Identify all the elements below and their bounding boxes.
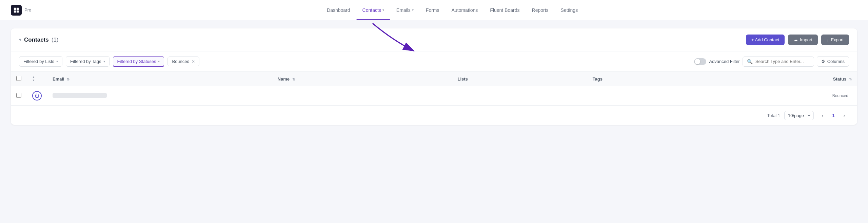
nav-emails-chevron: ▾ xyxy=(412,8,414,12)
advanced-filter-toggle-wrap: Advanced Filter xyxy=(694,58,739,65)
page-number: 1 xyxy=(832,113,834,118)
nav-forms[interactable]: Forms xyxy=(420,0,446,20)
filter-tags-label: Filtered by Tags xyxy=(70,59,101,64)
header-tags: Tags xyxy=(587,72,722,86)
nav-contacts-chevron: ▾ xyxy=(382,8,384,12)
per-page-select[interactable]: 10/page 20/page 50/page xyxy=(784,111,814,120)
table-body: ⏻ Bounced xyxy=(11,86,857,106)
title-chevron: ▾ xyxy=(19,37,21,42)
nav-fluent-boards[interactable]: Fluent Boards xyxy=(484,0,526,20)
search-box: 🔍 xyxy=(743,57,814,67)
svg-rect-0 xyxy=(14,7,16,9)
email-col-label: Email xyxy=(53,76,64,82)
status-badge: Bounced xyxy=(829,92,852,99)
lists-col-label: Lists xyxy=(457,76,468,82)
row-icon-cell: ⏻ xyxy=(27,86,47,106)
main-content: ▾ Contacts (1) + Add Contact ☁ Import ↓ … xyxy=(0,20,868,133)
status-sort-icon[interactable]: ⇅ xyxy=(849,77,852,81)
row-checkbox[interactable] xyxy=(16,93,21,98)
nav-reports[interactable]: Reports xyxy=(526,0,555,20)
sort-down-icon: ▼ xyxy=(32,79,42,82)
columns-settings-icon: ⚙ xyxy=(821,59,825,64)
footer-total: Total 1 xyxy=(767,113,780,118)
filter-by-lists-button[interactable]: Filtered by Lists ▾ xyxy=(19,56,62,67)
add-contact-label: + Add Contact xyxy=(751,37,779,42)
header-actions: + Add Contact ☁ Import ↓ Export xyxy=(746,35,849,45)
advanced-filter-toggle[interactable] xyxy=(694,58,706,65)
nav-contacts[interactable]: Contacts ▾ xyxy=(356,0,390,20)
row-email-cell xyxy=(47,86,272,106)
header-email: Email ⇅ xyxy=(47,72,272,86)
pagination: ‹ 1 › xyxy=(818,111,849,120)
bounced-tag-label: Bounced xyxy=(172,59,189,64)
header-name: Name ⇅ xyxy=(272,72,452,86)
svg-rect-1 xyxy=(17,7,19,9)
search-icon: 🔍 xyxy=(747,59,753,64)
export-button[interactable]: ↓ Export xyxy=(821,35,849,45)
svg-rect-2 xyxy=(14,10,16,12)
card-header: ▾ Contacts (1) + Add Contact ☁ Import ↓ … xyxy=(11,28,857,51)
filter-by-statuses-button[interactable]: Filtered by Statuses ▾ xyxy=(113,56,164,67)
filter-statuses-chevron: ▾ xyxy=(158,60,160,63)
filter-lists-chevron: ▾ xyxy=(56,60,58,63)
nav-links: Dashboard Contacts ▾ Emails ▾ Forms Auto… xyxy=(47,0,857,20)
row-lists-cell xyxy=(452,86,587,106)
export-label: Export xyxy=(831,37,844,42)
svg-rect-3 xyxy=(17,10,19,12)
filter-lists-label: Filtered by Lists xyxy=(23,59,54,64)
columns-label: Columns xyxy=(827,59,845,64)
brand-logo xyxy=(11,5,22,16)
bounced-filter-tag: Bounced ✕ xyxy=(167,57,199,66)
columns-button[interactable]: ⚙ Columns xyxy=(817,56,849,67)
page-title: Contacts xyxy=(24,37,49,43)
nav-automations[interactable]: Automations xyxy=(446,0,484,20)
blurred-email xyxy=(53,93,107,98)
page-1-button[interactable]: 1 xyxy=(829,111,838,120)
filter-tags-chevron: ▾ xyxy=(103,60,105,63)
add-contact-button[interactable]: + Add Contact xyxy=(746,35,785,45)
table-wrap: ▲ ▼ Email ⇅ Name ⇅ xyxy=(11,72,857,106)
header-checkbox-cell xyxy=(11,72,27,86)
sort-up-icon: ▲ xyxy=(32,76,42,79)
advanced-filter-label: Advanced Filter xyxy=(709,59,739,64)
filter-bar: Filtered by Lists ▾ Filtered by Tags ▾ F… xyxy=(11,51,857,72)
filter-statuses-label: Filtered by Statuses xyxy=(117,59,156,64)
table-head: ▲ ▼ Email ⇅ Name ⇅ xyxy=(11,72,857,86)
email-sort-icon[interactable]: ⇅ xyxy=(67,77,70,81)
sort-arrows[interactable]: ▲ ▼ xyxy=(32,76,42,82)
advanced-filter-group: Advanced Filter 🔍 ⚙ Columns xyxy=(694,56,849,67)
table-footer: Total 1 10/page 20/page 50/page ‹ 1 › xyxy=(11,106,857,125)
brand: Pro xyxy=(11,5,31,16)
import-label: Import xyxy=(800,37,812,42)
search-input[interactable] xyxy=(755,59,810,64)
name-sort-icon[interactable]: ⇅ xyxy=(292,77,295,81)
contacts-card: ▾ Contacts (1) + Add Contact ☁ Import ↓ … xyxy=(11,28,857,125)
navbar: Pro Dashboard Contacts ▾ Emails ▾ Forms … xyxy=(0,0,868,20)
nav-settings[interactable]: Settings xyxy=(555,0,584,20)
name-col-label: Name xyxy=(278,76,290,82)
header-sort-cell: ▲ ▼ xyxy=(27,72,47,86)
nav-emails[interactable]: Emails ▾ xyxy=(390,0,420,20)
row-status-cell: Bounced xyxy=(722,86,857,106)
header-lists: Lists xyxy=(452,72,587,86)
row-name-cell xyxy=(272,86,452,106)
row-tags-cell xyxy=(587,86,722,106)
card-title: ▾ Contacts (1) xyxy=(19,37,59,43)
contact-power-icon: ⏻ xyxy=(32,91,42,101)
status-col-label: Status xyxy=(833,76,847,82)
export-icon: ↓ xyxy=(827,37,829,42)
filter-by-tags-button[interactable]: Filtered by Tags ▾ xyxy=(66,56,110,67)
row-checkbox-cell xyxy=(11,86,27,106)
table-header-row: ▲ ▼ Email ⇅ Name ⇅ xyxy=(11,72,857,86)
brand-name: Pro xyxy=(24,7,31,13)
select-all-checkbox[interactable] xyxy=(16,76,21,81)
import-icon: ☁ xyxy=(793,37,798,42)
nav-dashboard[interactable]: Dashboard xyxy=(321,0,356,20)
prev-page-button[interactable]: ‹ xyxy=(818,111,827,120)
table-row: ⏻ Bounced xyxy=(11,86,857,106)
import-button[interactable]: ☁ Import xyxy=(788,35,818,45)
bounced-tag-close[interactable]: ✕ xyxy=(192,60,195,64)
header-status: Status ⇅ xyxy=(722,72,857,86)
next-page-button[interactable]: › xyxy=(840,111,849,120)
tags-col-label: Tags xyxy=(593,76,603,82)
